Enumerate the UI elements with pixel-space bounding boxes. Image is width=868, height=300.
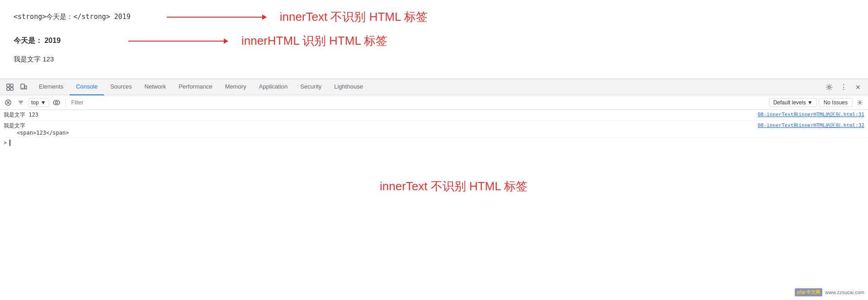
console-output: 我是文字 123 08-innerText和innerHTML的区别.html:… — [0, 110, 868, 300]
arrow1-line — [167, 17, 266, 18]
default-levels-button[interactable]: Default levels ▼ — [769, 98, 816, 107]
tab-lighthouse[interactable]: Lighthouse — [328, 79, 369, 95]
console-text-2: 我是文字 <span>123</span> — [4, 122, 729, 136]
console-settings-icon[interactable] — [854, 97, 865, 108]
eye-icon[interactable] — [51, 97, 62, 108]
php-badge: php 中文网 — [795, 288, 822, 296]
console-toolbar: top ▼ Default levels ▼ No Issues — [0, 95, 868, 110]
devtools-tabbar: Elements Console Sources Network Perform… — [0, 79, 868, 95]
prompt-symbol: > — [4, 140, 7, 146]
devtools-left-icons — [4, 81, 30, 94]
more-icon[interactable]: ⋮ — [837, 81, 850, 94]
line2-container: 今天是： 2019 innerHTML 识别 HTML 标签 — [14, 33, 854, 49]
devtools-right-icons: ⋮ ✕ — [823, 81, 864, 94]
filter-input[interactable] — [70, 99, 768, 106]
innerhtml-annotation: innerHTML 识别 HTML 标签 — [241, 33, 387, 49]
tab-security[interactable]: Security — [294, 79, 328, 95]
svg-rect-0 — [7, 84, 9, 87]
console-source-2[interactable]: 08-innerText和innerHTML的区别.html:32 — [729, 122, 864, 129]
default-levels-label: Default levels ▼ — [773, 99, 812, 106]
line3: 我是文字 123 — [14, 55, 854, 64]
svg-rect-5 — [25, 86, 27, 89]
context-label: top — [31, 99, 39, 106]
svg-point-14 — [53, 100, 60, 105]
console-text-1: 我是文字 123 — [4, 111, 729, 119]
main-content: <strong>今天是：</strong> 2019 innerText 不识别… — [0, 0, 868, 79]
toolbar-divider — [66, 98, 66, 107]
settings-icon[interactable] — [823, 81, 835, 94]
innertext-annotation: innerText 不识别 HTML 标签 — [280, 9, 428, 25]
console-row-2: 我是文字 <span>123</span> 08-innerText和inner… — [0, 121, 868, 138]
svg-rect-1 — [10, 84, 13, 87]
prompt-cursor — [9, 140, 10, 146]
svg-rect-3 — [10, 88, 13, 90]
line2-bold: 今天是： 2019 — [14, 36, 86, 46]
filter-toggle-button[interactable] — [15, 97, 26, 108]
tab-console[interactable]: Console — [70, 79, 104, 95]
chinese-label: 中文网 — [807, 290, 820, 295]
console-source-1[interactable]: 08-innerText和innerHTML的区别.html:31 — [729, 111, 864, 118]
no-issues-button[interactable]: No Issues — [819, 98, 853, 107]
line1-code: <strong>今天是：</strong> 2019 — [14, 13, 131, 21]
tab-memory[interactable]: Memory — [219, 79, 253, 95]
php-label: php — [797, 290, 805, 295]
console-prompt-row[interactable]: > — [0, 138, 868, 148]
devtools-tabs: Elements Console Sources Network Perform… — [33, 79, 823, 95]
arrow2-line — [128, 41, 228, 42]
watermark: php 中文网 www.zzsucai.com — [795, 288, 864, 296]
tab-network[interactable]: Network — [138, 79, 173, 95]
console-row-1: 我是文字 123 08-innerText和innerHTML的区别.html:… — [0, 110, 868, 121]
inspect-icon[interactable] — [4, 81, 16, 94]
svg-point-16 — [859, 102, 861, 103]
context-dropdown-arrow: ▼ — [41, 99, 46, 106]
clear-console-button[interactable] — [3, 97, 14, 108]
context-dropdown[interactable]: top ▼ — [28, 98, 49, 107]
tab-application[interactable]: Application — [253, 79, 294, 95]
site-name: www.zzsucai.com — [825, 290, 864, 295]
arrow2 — [128, 41, 228, 42]
device-icon[interactable] — [17, 81, 30, 94]
close-icon[interactable]: ✕ — [852, 81, 864, 94]
tab-sources[interactable]: Sources — [104, 79, 138, 95]
tab-performance[interactable]: Performance — [172, 79, 218, 95]
no-issues-label: No Issues — [824, 99, 848, 106]
svg-rect-2 — [7, 88, 9, 90]
svg-point-15 — [55, 101, 57, 103]
tab-elements[interactable]: Elements — [33, 79, 70, 95]
devtools-panel: Elements Console Sources Network Perform… — [0, 79, 868, 300]
line1-container: <strong>今天是：</strong> 2019 innerText 不识别… — [14, 9, 854, 25]
devtools-content: top ▼ Default levels ▼ No Issues — [0, 95, 868, 300]
arrow1 — [167, 17, 266, 18]
svg-point-7 — [828, 86, 830, 88]
